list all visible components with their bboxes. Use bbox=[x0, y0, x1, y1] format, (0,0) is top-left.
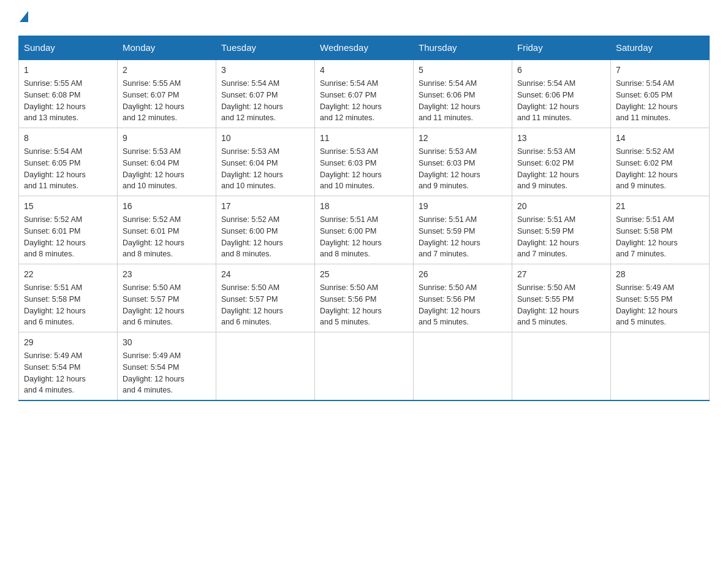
daylight-line2: and 12 minutes. bbox=[123, 113, 177, 122]
day-number: 25 bbox=[320, 268, 408, 281]
sunrise-line: Sunrise: 5:49 AM bbox=[123, 351, 181, 360]
calendar-cell bbox=[315, 332, 414, 401]
sunset-line: Sunset: 6:07 PM bbox=[123, 91, 179, 99]
sunset-line: Sunset: 5:56 PM bbox=[419, 295, 475, 304]
daylight-line1: Daylight: 12 hours bbox=[123, 170, 184, 179]
calendar-header: Sunday Monday Tuesday Wednesday Thursday… bbox=[19, 36, 710, 60]
sunset-line: Sunset: 6:05 PM bbox=[24, 159, 80, 167]
calendar-cell: 21Sunrise: 5:51 AMSunset: 5:58 PMDayligh… bbox=[611, 196, 710, 264]
header-tuesday: Tuesday bbox=[216, 36, 315, 60]
sunset-line: Sunset: 5:55 PM bbox=[616, 295, 672, 304]
daylight-line2: and 7 minutes. bbox=[616, 250, 666, 258]
sunset-line: Sunset: 6:00 PM bbox=[320, 227, 376, 236]
daylight-line1: Daylight: 12 hours bbox=[616, 307, 678, 315]
sunrise-line: Sunrise: 5:50 AM bbox=[419, 283, 477, 292]
daylight-line2: and 6 minutes. bbox=[123, 318, 173, 326]
daylight-line2: and 11 minutes. bbox=[616, 113, 670, 122]
sunset-line: Sunset: 6:03 PM bbox=[419, 159, 475, 167]
sunrise-line: Sunrise: 5:52 AM bbox=[24, 215, 82, 224]
daylight-line1: Daylight: 12 hours bbox=[221, 239, 283, 247]
daylight-line2: and 4 minutes. bbox=[123, 386, 173, 394]
daylight-line1: Daylight: 12 hours bbox=[616, 239, 678, 247]
sunrise-line: Sunrise: 5:49 AM bbox=[24, 351, 82, 360]
sunrise-line: Sunrise: 5:50 AM bbox=[221, 283, 279, 292]
sunset-line: Sunset: 5:57 PM bbox=[221, 295, 278, 304]
daylight-line1: Daylight: 12 hours bbox=[24, 239, 86, 247]
daylight-line2: and 8 minutes. bbox=[123, 250, 173, 258]
sunset-line: Sunset: 5:59 PM bbox=[419, 227, 475, 236]
daylight-line2: and 5 minutes. bbox=[517, 318, 567, 326]
daylight-line1: Daylight: 12 hours bbox=[123, 239, 184, 247]
sunrise-line: Sunrise: 5:51 AM bbox=[419, 215, 477, 224]
calendar-cell: 6Sunrise: 5:54 AMSunset: 6:06 PMDaylight… bbox=[512, 59, 611, 128]
day-number: 10 bbox=[221, 132, 309, 145]
daylight-line2: and 12 minutes. bbox=[221, 113, 276, 122]
calendar-cell: 28Sunrise: 5:49 AMSunset: 5:55 PMDayligh… bbox=[611, 264, 710, 332]
sunset-line: Sunset: 5:54 PM bbox=[24, 363, 80, 372]
day-number: 2 bbox=[123, 64, 211, 77]
header-friday: Friday bbox=[512, 36, 611, 60]
day-number: 23 bbox=[123, 268, 211, 281]
sunset-line: Sunset: 5:56 PM bbox=[320, 295, 376, 304]
daylight-line2: and 11 minutes. bbox=[24, 182, 78, 190]
sunset-line: Sunset: 6:00 PM bbox=[221, 227, 278, 236]
sunrise-line: Sunrise: 5:53 AM bbox=[320, 147, 378, 156]
daylight-line2: and 5 minutes. bbox=[320, 318, 370, 326]
day-number: 30 bbox=[123, 336, 211, 349]
daylight-line2: and 10 minutes. bbox=[320, 182, 374, 190]
calendar-cell: 17Sunrise: 5:52 AMSunset: 6:00 PMDayligh… bbox=[216, 196, 315, 264]
header-thursday: Thursday bbox=[414, 36, 512, 60]
daylight-line1: Daylight: 12 hours bbox=[24, 375, 86, 383]
daylight-line1: Daylight: 12 hours bbox=[419, 307, 480, 315]
sunrise-line: Sunrise: 5:50 AM bbox=[517, 283, 575, 292]
calendar-cell: 19Sunrise: 5:51 AMSunset: 5:59 PMDayligh… bbox=[414, 196, 512, 264]
sunset-line: Sunset: 5:55 PM bbox=[517, 295, 574, 304]
calendar-week-row: 22Sunrise: 5:51 AMSunset: 5:58 PMDayligh… bbox=[19, 264, 710, 332]
daylight-line2: and 7 minutes. bbox=[517, 250, 567, 258]
day-number: 6 bbox=[517, 64, 605, 77]
calendar-cell: 15Sunrise: 5:52 AMSunset: 6:01 PMDayligh… bbox=[19, 196, 118, 264]
calendar-cell: 14Sunrise: 5:52 AMSunset: 6:02 PMDayligh… bbox=[611, 128, 710, 196]
calendar-cell: 25Sunrise: 5:50 AMSunset: 5:56 PMDayligh… bbox=[315, 264, 414, 332]
page-header bbox=[18, 12, 710, 23]
sunrise-line: Sunrise: 5:54 AM bbox=[419, 79, 477, 88]
calendar-cell: 13Sunrise: 5:53 AMSunset: 6:02 PMDayligh… bbox=[512, 128, 611, 196]
daylight-line2: and 8 minutes. bbox=[320, 250, 370, 258]
sunset-line: Sunset: 5:57 PM bbox=[123, 295, 179, 304]
calendar-cell: 26Sunrise: 5:50 AMSunset: 5:56 PMDayligh… bbox=[414, 264, 512, 332]
day-number: 11 bbox=[320, 132, 408, 145]
sunrise-line: Sunrise: 5:53 AM bbox=[419, 147, 477, 156]
day-number: 7 bbox=[616, 64, 704, 77]
sunset-line: Sunset: 6:07 PM bbox=[221, 91, 278, 99]
calendar-week-row: 8Sunrise: 5:54 AMSunset: 6:05 PMDaylight… bbox=[19, 128, 710, 196]
calendar-cell: 24Sunrise: 5:50 AMSunset: 5:57 PMDayligh… bbox=[216, 264, 315, 332]
calendar-week-row: 1Sunrise: 5:55 AMSunset: 6:08 PMDaylight… bbox=[19, 59, 710, 128]
sunrise-line: Sunrise: 5:51 AM bbox=[616, 215, 674, 224]
day-number: 8 bbox=[24, 132, 112, 145]
daylight-line1: Daylight: 12 hours bbox=[320, 170, 382, 179]
sunrise-line: Sunrise: 5:49 AM bbox=[616, 283, 674, 292]
calendar-cell: 8Sunrise: 5:54 AMSunset: 6:05 PMDaylight… bbox=[19, 128, 118, 196]
day-number: 21 bbox=[616, 200, 704, 213]
calendar-cell: 5Sunrise: 5:54 AMSunset: 6:06 PMDaylight… bbox=[414, 59, 512, 128]
daylight-line1: Daylight: 12 hours bbox=[616, 102, 678, 111]
daylight-line1: Daylight: 12 hours bbox=[221, 102, 283, 111]
sunrise-line: Sunrise: 5:52 AM bbox=[221, 215, 279, 224]
daylight-line2: and 5 minutes. bbox=[616, 318, 666, 326]
sunrise-line: Sunrise: 5:52 AM bbox=[616, 147, 674, 156]
sunset-line: Sunset: 6:04 PM bbox=[221, 159, 278, 167]
daylight-line2: and 13 minutes. bbox=[24, 113, 78, 122]
day-number: 17 bbox=[221, 200, 309, 213]
day-number: 5 bbox=[419, 64, 507, 77]
header-wednesday: Wednesday bbox=[315, 36, 414, 60]
daylight-line2: and 9 minutes. bbox=[419, 182, 469, 190]
daylight-line1: Daylight: 12 hours bbox=[24, 170, 86, 179]
calendar-body: 1Sunrise: 5:55 AMSunset: 6:08 PMDaylight… bbox=[19, 59, 710, 400]
day-number: 28 bbox=[616, 268, 704, 281]
daylight-line1: Daylight: 12 hours bbox=[517, 102, 579, 111]
sunrise-line: Sunrise: 5:55 AM bbox=[123, 79, 181, 88]
daylight-line1: Daylight: 12 hours bbox=[123, 307, 184, 315]
logo bbox=[18, 12, 29, 23]
sunset-line: Sunset: 6:02 PM bbox=[616, 159, 672, 167]
sunrise-line: Sunrise: 5:54 AM bbox=[24, 147, 82, 156]
